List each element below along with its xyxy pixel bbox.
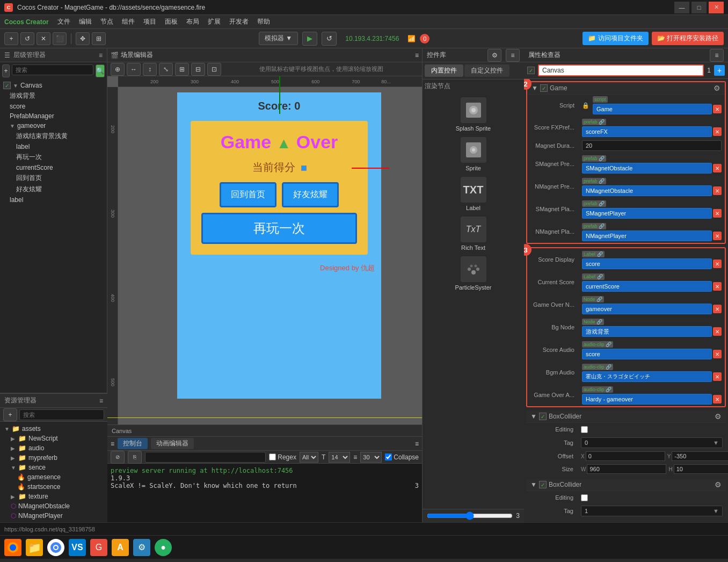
tree-item-prefabmanager[interactable]: PrefabManager <box>8 111 106 121</box>
comp-item-sprite[interactable]: Sprite <box>425 135 522 174</box>
line-height-select[interactable]: 30 <box>360 452 382 463</box>
open-path-button[interactable]: 📂 打开程序安装路径 <box>652 32 724 45</box>
share-button[interactable]: 好友炫耀 <box>282 182 339 207</box>
tree-item-bg-yellow[interactable]: 游戏结束背景浅黄 <box>14 131 106 142</box>
tree-item-score[interactable]: score <box>8 102 106 111</box>
canvas-name-input[interactable]: Canvas <box>538 64 704 76</box>
size1-h-input[interactable] <box>674 464 728 474</box>
scene-tool3[interactable]: ↕ <box>143 63 157 76</box>
taskbar-chrome[interactable] <box>47 539 64 556</box>
smagnet-pla-clear[interactable]: ✕ <box>713 209 722 218</box>
boxcollider1-gear[interactable]: ⚙ <box>715 412 722 421</box>
asset-item-newscript[interactable]: ▶ 📁 NewScript <box>9 434 105 443</box>
regex-checkbox[interactable] <box>269 453 276 460</box>
props-menu[interactable]: ≡ <box>710 49 724 62</box>
filter-select[interactable]: All <box>300 452 318 463</box>
hierarchy-add-button[interactable]: + <box>2 64 10 77</box>
scene-menu[interactable]: ≡ <box>415 52 419 59</box>
asset-item-texture[interactable]: ▶ 📁 texture <box>9 492 105 501</box>
menu-extend[interactable]: 扩展 <box>208 17 221 26</box>
tree-item-replay[interactable]: 再玩一次 <box>14 152 106 163</box>
comp-tab-builtin[interactable]: 内置控件 <box>425 64 463 77</box>
taskbar-folder[interactable]: 📁 <box>26 539 43 556</box>
gameover-audio-clear[interactable]: ✕ <box>713 395 722 404</box>
tree-item-bg[interactable]: 游戏背景 <box>8 90 106 102</box>
bg-node-clear[interactable]: ✕ <box>713 327 722 336</box>
asset-item-nmagnetobstacle[interactable]: ⬡ NMagnetObstacle <box>9 501 105 511</box>
asset-add-button[interactable]: + <box>3 408 17 421</box>
asset-search-input[interactable] <box>19 409 104 420</box>
menu-help[interactable]: 帮助 <box>257 17 270 26</box>
menu-file[interactable]: 文件 <box>57 17 70 26</box>
console-tab-animation[interactable]: 动画编辑器 <box>151 438 194 449</box>
collapse-checkbox[interactable] <box>385 453 392 460</box>
asset-item-startscence[interactable]: 🔥 startscence <box>15 482 105 492</box>
comp-tab-custom[interactable]: 自定义控件 <box>464 64 509 77</box>
game-gear-button[interactable]: ⚙ <box>714 84 720 92</box>
tree-item-currentscore[interactable]: currentScore <box>14 163 106 172</box>
bgm-audio-clear[interactable]: ✕ <box>713 372 722 381</box>
comp-item-particle[interactable]: ParticleSyster <box>425 254 522 293</box>
tree-item-canvas[interactable]: ▼ Canvas <box>1 81 106 90</box>
editing1-checkbox[interactable] <box>581 426 588 433</box>
menu-panel[interactable]: 面板 <box>165 17 178 26</box>
home-button[interactable]: 回到首页 <box>220 182 276 207</box>
taskbar-settings[interactable]: ⚙ <box>133 539 150 556</box>
copy-button[interactable]: ⎘ <box>128 451 142 464</box>
nmagnet-pre-clear[interactable]: ✕ <box>713 186 722 195</box>
console-filter-input[interactable] <box>145 452 266 463</box>
asset-item-audio[interactable]: ▶ 📁 audio <box>9 443 105 453</box>
minimize-button[interactable]: — <box>674 2 689 13</box>
asset-item-nmagnetplayer[interactable]: ⬡ NMagnetPlayer <box>9 511 105 521</box>
close-button[interactable]: ✕ <box>709 2 724 13</box>
comp-item-richtext[interactable]: TxT Rich Text <box>425 214 522 253</box>
console-tab-console[interactable]: 控制台 <box>118 438 148 449</box>
asset-item-smagnetobstacle[interactable]: ⬡ SMagnetObstacle <box>9 521 105 522</box>
play-button[interactable]: ▶ <box>302 32 317 46</box>
tree-item-share[interactable]: 好友炫耀 <box>14 184 106 195</box>
scale-tool[interactable]: ⊞ <box>92 32 106 45</box>
menu-project[interactable]: 项目 <box>143 17 156 26</box>
access-project-button[interactable]: 📁 访问项目文件夹 <box>583 32 648 45</box>
comp-item-splash-sprite[interactable]: Splash Sprite <box>425 95 522 134</box>
menu-layout[interactable]: 布局 <box>186 17 199 26</box>
hierarchy-search-input[interactable] <box>12 64 93 75</box>
scene-tool6[interactable]: ⊟ <box>191 63 205 76</box>
smagnet-pre-clear[interactable]: ✕ <box>713 164 722 172</box>
menu-edit[interactable]: 编辑 <box>79 17 92 26</box>
asset-menu-icon[interactable]: ≡ <box>99 397 103 405</box>
reload-button[interactable]: ↺ <box>322 32 337 46</box>
hierarchy-menu-icon[interactable]: ≡ <box>99 52 103 59</box>
add-button[interactable]: + <box>4 32 18 45</box>
asset-item-mypreferb[interactable]: ▶ 📁 mypreferb <box>9 453 105 463</box>
hierarchy-filter-button[interactable]: 🔍 <box>96 64 105 77</box>
comp-size-slider[interactable] <box>427 511 513 520</box>
comp-settings[interactable]: ⚙ <box>487 49 501 62</box>
add-component-button[interactable]: + <box>714 65 725 76</box>
scene-tool5[interactable]: ⊞ <box>175 63 189 76</box>
refresh-button[interactable]: ↺ <box>20 32 34 45</box>
menu-node[interactable]: 节点 <box>100 17 113 26</box>
asset-item-gamesence[interactable]: 🔥 gamesence <box>15 472 105 482</box>
gameover-node-clear[interactable]: ✕ <box>713 305 722 313</box>
nmagnet-pla-clear[interactable]: ✕ <box>713 232 722 240</box>
current-score-clear[interactable]: ✕ <box>713 282 722 291</box>
tree-item-gameover[interactable]: ▼ gameover <box>8 121 106 131</box>
font-size-select[interactable]: 14 <box>329 452 350 463</box>
editing2-checkbox[interactable] <box>581 494 588 501</box>
menu-coco[interactable]: Cocos Creator <box>4 18 49 26</box>
delete-button[interactable]: ✕ <box>37 32 50 45</box>
menu-component[interactable]: 组件 <box>122 17 135 26</box>
maximize-button[interactable]: □ <box>691 2 707 13</box>
game-enable-checkbox[interactable] <box>540 84 548 92</box>
rect-button[interactable]: ⬛ <box>53 32 67 45</box>
taskbar-game2[interactable]: A <box>112 539 129 556</box>
script-clear-button[interactable]: ✕ <box>713 105 722 113</box>
asset-item-assets[interactable]: ▼ 📁 assets <box>2 424 105 434</box>
boxcollider2-gear[interactable]: ⚙ <box>715 480 722 489</box>
clear-button[interactable]: ⊘ <box>111 451 125 464</box>
score-fx-clear-button[interactable]: ✕ <box>713 127 722 136</box>
scene-tool1[interactable]: ⊕ <box>111 63 125 76</box>
size1-w-input[interactable] <box>587 464 666 474</box>
comp-menu[interactable]: ≡ <box>506 49 520 62</box>
